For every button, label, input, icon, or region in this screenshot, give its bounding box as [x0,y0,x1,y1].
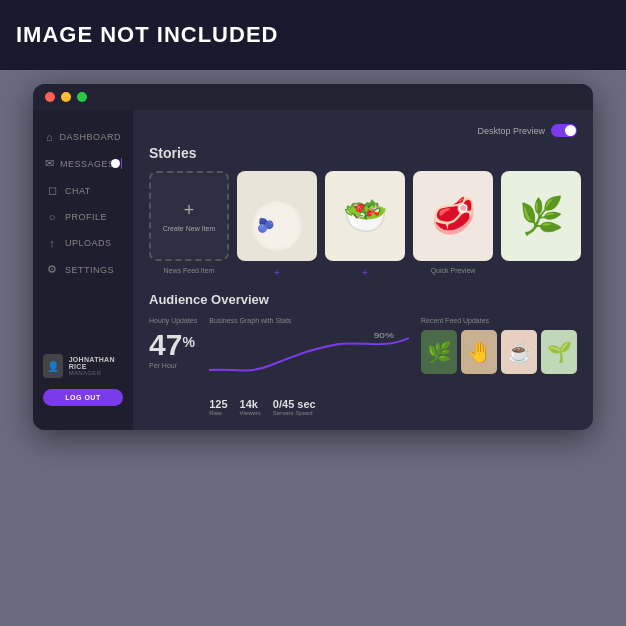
window-content: ⌂ Dashboard ✉ Messages ◻ Chat ○ Profile … [33,110,593,430]
story-plus-2: + [325,267,405,278]
rate-label: Rate [209,410,227,416]
story-card-4[interactable] [501,171,581,261]
titlebar [33,84,593,110]
uploads-icon: ↑ [45,237,59,249]
story-plus-1: + [237,267,317,278]
stories-title: Stories [149,145,577,161]
user-name: JOHNATHAN RICE [69,356,123,370]
food-visual-3 [413,171,493,261]
per-hour-label: Per Hour [149,362,197,369]
user-info: 👤 JOHNATHAN RICE MANAGER [43,354,123,378]
hourly-updates-block: Hourly Updates 47 % Per Hour [149,317,197,369]
svg-text:90%: 90% [374,331,394,340]
food-visual-1 [237,171,317,261]
viewers-value: 14k [240,398,261,410]
sidebar-item-dashboard[interactable]: ⌂ Dashboard [33,124,133,150]
logout-button[interactable]: LOG OUT [43,389,123,406]
viewers-label: Viewers [240,410,261,416]
sidebar-item-messages[interactable]: ✉ Messages [33,150,133,177]
feed-thumb-1[interactable]: 🌿 [421,330,457,374]
feed-thumb-2[interactable]: 🤚 [461,330,497,374]
user-details: JOHNATHAN RICE MANAGER [69,356,123,376]
rate-stat: 125 Rate [209,398,227,416]
minimize-dot[interactable] [61,92,71,102]
feed-images: 🌿 🤚 ☕ 🌱 [421,330,577,374]
sidebar-item-profile[interactable]: ○ Profile [33,204,133,230]
home-icon: ⌂ [45,131,53,143]
story-card-3[interactable] [413,171,493,261]
user-role: MANAGER [69,370,123,376]
profile-icon: ○ [45,211,59,223]
sidebar-item-uploads[interactable]: ↑ Uploads [33,230,133,256]
servers-value: 0/45 sec [273,398,316,410]
stories-labels: News Feed Item + + Quick Preview [149,267,577,278]
food-visual-4 [501,171,581,261]
sidebar-messages-label: Messages [60,159,115,169]
quick-preview-label: Quick Preview [413,267,493,278]
hourly-subtitle: Hourly Updates [149,317,197,324]
feed-subtitle: Recent Feed Updates [421,317,577,324]
percent-sign: % [182,334,194,350]
messages-icon: ✉ [45,157,54,170]
sidebar-chat-label: Chat [65,186,91,196]
hourly-percent: 47 [149,330,182,360]
graph-subtitle: Business Graph with Stats [209,317,409,324]
topbar: Desktop Preview [149,124,577,137]
sidebar-profile-label: Profile [65,212,107,222]
servers-label: Servers Speed [273,410,316,416]
audience-title: Audience Overview [149,292,577,307]
preview-toggle[interactable] [551,124,577,137]
graph-stats: 125 Rate 14k Viewers 0/45 sec Servers Sp… [209,398,409,416]
desktop-preview-label: Desktop Preview [477,126,545,136]
desktop-preview: Desktop Preview [477,124,577,137]
avatar: 👤 [43,354,63,378]
image-not-included-banner: IMAGE NOT INCLUDED [0,0,626,70]
sidebar-item-chat[interactable]: ◻ Chat [33,177,133,204]
news-feed-label: News Feed Item [149,267,229,278]
servers-stat: 0/45 sec Servers Speed [273,398,316,416]
settings-icon: ⚙ [45,263,59,276]
stats-row: Hourly Updates 47 % Per Hour Business Gr… [149,317,577,416]
feed-thumb-3[interactable]: ☕ [501,330,537,374]
feed-block: Recent Feed Updates 🌿 🤚 ☕ 🌱 [421,317,577,374]
sidebar: ⌂ Dashboard ✉ Messages ◻ Chat ○ Profile … [33,110,133,430]
story-card-2[interactable] [325,171,405,261]
sidebar-bottom: 👤 JOHNATHAN RICE MANAGER LOG OUT [33,344,133,416]
sidebar-settings-label: Settings [65,265,114,275]
create-label: Create New Item [163,225,216,232]
viewers-stat: 14k Viewers [240,398,261,416]
app-window: ⌂ Dashboard ✉ Messages ◻ Chat ○ Profile … [33,84,593,430]
plus-icon: + [184,200,195,221]
close-dot[interactable] [45,92,55,102]
graph-svg: 90% [209,330,409,390]
chat-icon: ◻ [45,184,59,197]
stories-row: + Create New Item [149,171,577,261]
graph-block: Business Graph with Stats 90% 125 Rate [209,317,409,416]
sidebar-dashboard-label: Dashboard [59,132,121,142]
sidebar-uploads-label: Uploads [65,238,112,248]
sidebar-item-settings[interactable]: ⚙ Settings [33,256,133,283]
create-story-card[interactable]: + Create New Item [149,171,229,261]
expand-dot[interactable] [77,92,87,102]
feed-thumb-4[interactable]: 🌱 [541,330,577,374]
story-card-1[interactable] [237,171,317,261]
banner-text: IMAGE NOT INCLUDED [16,22,278,48]
food-visual-2 [325,171,405,261]
main-content: Desktop Preview Stories + Create New Ite… [133,110,593,430]
rate-value: 125 [209,398,227,410]
